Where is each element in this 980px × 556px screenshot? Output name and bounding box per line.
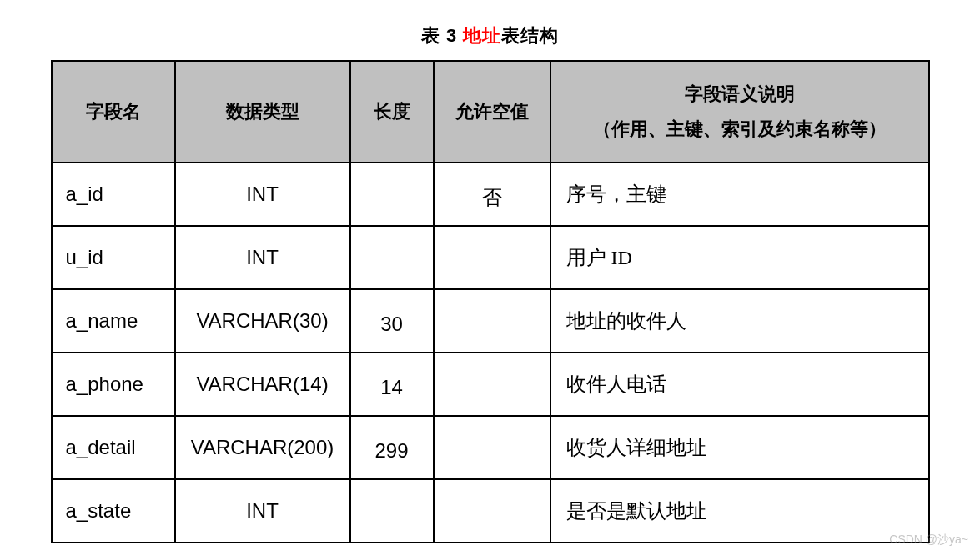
- table-row: a_id INT 否 序号，主键: [52, 163, 929, 226]
- table-caption: 表 3 地址表结构: [0, 0, 980, 60]
- header-desc-line1: 字段语义说明: [555, 77, 925, 112]
- cell-length: [350, 479, 434, 543]
- header-type: 数据类型: [175, 61, 350, 163]
- cell-nullable: [434, 479, 550, 543]
- header-length: 长度: [350, 61, 434, 163]
- schema-table: 字段名 数据类型 长度 允许空值 字段语义说明 （作用、主键、索引及约束名称等）…: [51, 60, 930, 543]
- caption-highlight: 地址: [463, 25, 501, 46]
- header-field: 字段名: [52, 61, 175, 163]
- cell-nullable: [434, 226, 550, 289]
- cell-field: a_phone: [52, 353, 175, 416]
- cell-length: [350, 226, 434, 289]
- cell-length: 14: [350, 353, 434, 416]
- caption-suffix: 表结构: [501, 25, 559, 46]
- cell-type: VARCHAR(30): [175, 289, 350, 353]
- cell-field: a_name: [52, 289, 175, 353]
- cell-desc: 收件人电话: [550, 353, 929, 416]
- cell-desc: 收货人详细地址: [550, 416, 929, 479]
- cell-type: INT: [175, 479, 350, 543]
- cell-type: INT: [175, 163, 350, 226]
- table-row: a_phone VARCHAR(14) 14 收件人电话: [52, 353, 929, 416]
- table-row: a_name VARCHAR(30) 30 地址的收件人: [52, 289, 929, 353]
- cell-type: VARCHAR(14): [175, 353, 350, 416]
- cell-desc: 地址的收件人: [550, 289, 929, 353]
- cell-desc: 用户 ID: [550, 226, 929, 289]
- caption-prefix: 表 3: [421, 25, 463, 46]
- cell-nullable: [434, 353, 550, 416]
- cell-nullable: [434, 289, 550, 353]
- cell-type: VARCHAR(200): [175, 416, 350, 479]
- header-nullable: 允许空值: [434, 61, 550, 163]
- watermark: CSDN @沙ya~: [889, 533, 968, 548]
- cell-length: [350, 163, 434, 226]
- cell-field: a_detail: [52, 416, 175, 479]
- header-desc-line2: （作用、主键、索引及约束名称等）: [555, 112, 925, 147]
- cell-length: 299: [350, 416, 434, 479]
- table-row: a_detail VARCHAR(200) 299 收货人详细地址: [52, 416, 929, 479]
- cell-field: u_id: [52, 226, 175, 289]
- cell-length: 30: [350, 289, 434, 353]
- table-header-row: 字段名 数据类型 长度 允许空值 字段语义说明 （作用、主键、索引及约束名称等）: [52, 61, 929, 163]
- cell-desc: 序号，主键: [550, 163, 929, 226]
- cell-type: INT: [175, 226, 350, 289]
- cell-nullable: [434, 416, 550, 479]
- cell-field: a_state: [52, 479, 175, 543]
- table-row: u_id INT 用户 ID: [52, 226, 929, 289]
- cell-desc: 是否是默认地址: [550, 479, 929, 543]
- table-row: a_state INT 是否是默认地址: [52, 479, 929, 543]
- cell-field: a_id: [52, 163, 175, 226]
- header-desc: 字段语义说明 （作用、主键、索引及约束名称等）: [550, 61, 929, 163]
- cell-nullable: 否: [434, 163, 550, 226]
